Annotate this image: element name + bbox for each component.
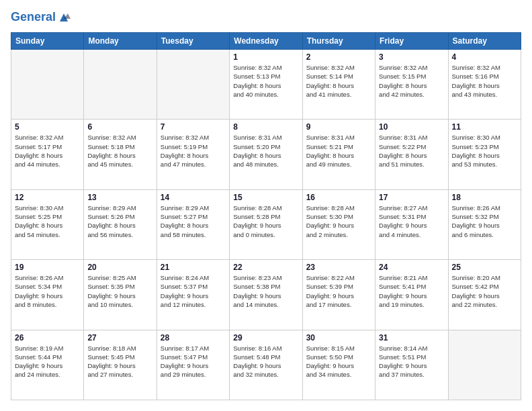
day-number: 27 <box>87 333 152 342</box>
calendar-cell: 24Sunrise: 8:21 AMSunset: 5:41 PMDayligh… <box>375 260 448 330</box>
day-number: 12 <box>15 193 80 202</box>
day-info: Sunrise: 8:29 AMSunset: 5:27 PMDaylight:… <box>161 203 226 239</box>
day-info: Sunrise: 8:31 AMSunset: 5:22 PMDaylight:… <box>379 133 444 169</box>
day-info: Sunrise: 8:26 AMSunset: 5:32 PMDaylight:… <box>452 203 517 239</box>
day-number: 3 <box>379 52 444 62</box>
day-info: Sunrise: 8:27 AMSunset: 5:31 PMDaylight:… <box>379 203 444 239</box>
calendar-cell: 7Sunrise: 8:32 AMSunset: 5:19 PMDaylight… <box>157 120 229 189</box>
day-info: Sunrise: 8:32 AMSunset: 5:19 PMDaylight:… <box>161 133 226 169</box>
calendar-cell: 18Sunrise: 8:26 AMSunset: 5:32 PMDayligh… <box>448 189 521 259</box>
calendar-cell: 16Sunrise: 8:28 AMSunset: 5:30 PMDayligh… <box>302 189 375 259</box>
calendar-day-header: Thursday <box>302 33 375 50</box>
calendar-week-row: 12Sunrise: 8:30 AMSunset: 5:25 PMDayligh… <box>11 189 521 259</box>
calendar-header-row: SundayMondayTuesdayWednesdayThursdayFrid… <box>11 33 521 50</box>
day-info: Sunrise: 8:24 AMSunset: 5:37 PMDaylight:… <box>161 273 226 309</box>
calendar-cell: 15Sunrise: 8:28 AMSunset: 5:28 PMDayligh… <box>230 189 302 259</box>
day-number: 16 <box>306 193 371 202</box>
day-info: Sunrise: 8:25 AMSunset: 5:35 PMDaylight:… <box>87 273 152 309</box>
calendar-day-header: Wednesday <box>230 33 302 50</box>
day-info: Sunrise: 8:19 AMSunset: 5:44 PMDaylight:… <box>15 344 80 379</box>
day-number: 10 <box>379 122 444 132</box>
header: General <box>11 11 521 24</box>
calendar-cell: 21Sunrise: 8:24 AMSunset: 5:37 PMDayligh… <box>157 260 229 330</box>
day-number: 6 <box>87 122 152 132</box>
calendar-week-row: 19Sunrise: 8:26 AMSunset: 5:34 PMDayligh… <box>11 260 521 330</box>
day-number: 26 <box>15 333 80 342</box>
day-number: 14 <box>161 193 226 202</box>
calendar-cell: 31Sunrise: 8:14 AMSunset: 5:51 PMDayligh… <box>375 330 448 400</box>
calendar-cell: 29Sunrise: 8:16 AMSunset: 5:48 PMDayligh… <box>230 330 302 400</box>
page: General SundayMondayTuesdayWednesdayThur… <box>0 0 532 411</box>
calendar-cell: 23Sunrise: 8:22 AMSunset: 5:39 PMDayligh… <box>302 260 375 330</box>
calendar-cell: 25Sunrise: 8:20 AMSunset: 5:42 PMDayligh… <box>448 260 521 330</box>
calendar-cell: 19Sunrise: 8:26 AMSunset: 5:34 PMDayligh… <box>11 260 84 330</box>
day-number: 1 <box>233 52 298 62</box>
calendar-cell: 3Sunrise: 8:32 AMSunset: 5:15 PMDaylight… <box>375 50 448 120</box>
day-number: 22 <box>233 263 298 272</box>
calendar-cell: 13Sunrise: 8:29 AMSunset: 5:26 PMDayligh… <box>84 189 157 259</box>
day-info: Sunrise: 8:23 AMSunset: 5:38 PMDaylight:… <box>233 273 298 309</box>
logo-icon <box>57 11 71 24</box>
day-info: Sunrise: 8:32 AMSunset: 5:13 PMDaylight:… <box>233 63 298 99</box>
calendar-cell <box>448 330 521 400</box>
day-number: 24 <box>379 263 444 272</box>
day-number: 9 <box>306 122 371 132</box>
calendar-cell <box>84 50 157 120</box>
calendar-cell: 8Sunrise: 8:31 AMSunset: 5:20 PMDaylight… <box>230 120 302 189</box>
calendar-cell: 4Sunrise: 8:32 AMSunset: 5:16 PMDaylight… <box>448 50 521 120</box>
calendar-cell: 6Sunrise: 8:32 AMSunset: 5:18 PMDaylight… <box>84 120 157 189</box>
day-info: Sunrise: 8:32 AMSunset: 5:15 PMDaylight:… <box>379 63 444 99</box>
day-info: Sunrise: 8:30 AMSunset: 5:23 PMDaylight:… <box>452 133 517 169</box>
day-info: Sunrise: 8:20 AMSunset: 5:42 PMDaylight:… <box>452 273 517 309</box>
day-number: 17 <box>379 193 444 202</box>
calendar-cell: 20Sunrise: 8:25 AMSunset: 5:35 PMDayligh… <box>84 260 157 330</box>
day-info: Sunrise: 8:32 AMSunset: 5:14 PMDaylight:… <box>306 63 371 99</box>
calendar-cell: 5Sunrise: 8:32 AMSunset: 5:17 PMDaylight… <box>11 120 84 189</box>
calendar-cell: 30Sunrise: 8:15 AMSunset: 5:50 PMDayligh… <box>302 330 375 400</box>
calendar-day-header: Saturday <box>448 33 521 50</box>
day-number: 8 <box>233 122 298 132</box>
day-info: Sunrise: 8:14 AMSunset: 5:51 PMDaylight:… <box>379 344 444 379</box>
day-number: 20 <box>87 263 152 272</box>
day-number: 28 <box>161 333 226 342</box>
calendar-week-row: 26Sunrise: 8:19 AMSunset: 5:44 PMDayligh… <box>11 330 521 400</box>
calendar-cell: 10Sunrise: 8:31 AMSunset: 5:22 PMDayligh… <box>375 120 448 189</box>
calendar-cell: 17Sunrise: 8:27 AMSunset: 5:31 PMDayligh… <box>375 189 448 259</box>
day-number: 21 <box>161 263 226 272</box>
day-info: Sunrise: 8:16 AMSunset: 5:48 PMDaylight:… <box>233 344 298 379</box>
day-number: 29 <box>233 333 298 342</box>
calendar-cell: 2Sunrise: 8:32 AMSunset: 5:14 PMDaylight… <box>302 50 375 120</box>
day-info: Sunrise: 8:30 AMSunset: 5:25 PMDaylight:… <box>15 203 80 239</box>
calendar-week-row: 5Sunrise: 8:32 AMSunset: 5:17 PMDaylight… <box>11 120 521 189</box>
day-number: 19 <box>15 263 80 272</box>
day-info: Sunrise: 8:22 AMSunset: 5:39 PMDaylight:… <box>306 273 371 309</box>
logo: General <box>11 11 71 24</box>
day-number: 11 <box>452 122 517 132</box>
day-number: 7 <box>161 122 226 132</box>
day-info: Sunrise: 8:28 AMSunset: 5:28 PMDaylight:… <box>233 203 298 239</box>
day-info: Sunrise: 8:15 AMSunset: 5:50 PMDaylight:… <box>306 344 371 379</box>
day-number: 31 <box>379 333 444 342</box>
calendar-cell: 14Sunrise: 8:29 AMSunset: 5:27 PMDayligh… <box>157 189 229 259</box>
day-number: 15 <box>233 193 298 202</box>
calendar-cell: 26Sunrise: 8:19 AMSunset: 5:44 PMDayligh… <box>11 330 84 400</box>
day-number: 13 <box>87 193 152 202</box>
day-number: 5 <box>15 122 80 132</box>
calendar-day-header: Tuesday <box>157 33 229 50</box>
calendar-cell: 28Sunrise: 8:17 AMSunset: 5:47 PMDayligh… <box>157 330 229 400</box>
day-number: 30 <box>306 333 371 342</box>
calendar-cell: 12Sunrise: 8:30 AMSunset: 5:25 PMDayligh… <box>11 189 84 259</box>
day-number: 23 <box>306 263 371 272</box>
logo-text: General <box>11 11 56 24</box>
calendar-day-header: Friday <box>375 33 448 50</box>
day-info: Sunrise: 8:17 AMSunset: 5:47 PMDaylight:… <box>161 344 226 379</box>
day-info: Sunrise: 8:31 AMSunset: 5:21 PMDaylight:… <box>306 133 371 169</box>
calendar-cell: 9Sunrise: 8:31 AMSunset: 5:21 PMDaylight… <box>302 120 375 189</box>
day-number: 4 <box>452 52 517 62</box>
day-info: Sunrise: 8:32 AMSunset: 5:16 PMDaylight:… <box>452 63 517 99</box>
day-info: Sunrise: 8:29 AMSunset: 5:26 PMDaylight:… <box>87 203 152 239</box>
calendar-day-header: Monday <box>84 33 157 50</box>
day-info: Sunrise: 8:21 AMSunset: 5:41 PMDaylight:… <box>379 273 444 309</box>
calendar-cell <box>11 50 84 120</box>
day-number: 25 <box>452 263 517 272</box>
